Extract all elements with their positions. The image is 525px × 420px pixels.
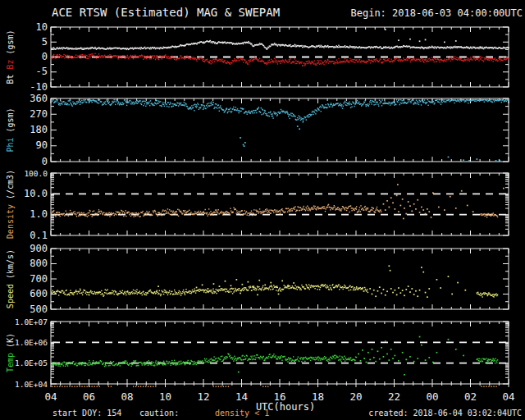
series-Speed-end [477,292,499,298]
y-tick-label: 10 [36,21,48,33]
y-tick-label: 5 [42,36,48,48]
y-tick-label: 90 [36,139,48,151]
y-tick-label: 900 [30,243,48,254]
y-tick-label: 1.0 [30,208,48,220]
y-tick-label: 600 [30,288,48,299]
y-tick-label: 0 [42,156,48,167]
y-tick-label: 1.0E+04 [15,380,48,389]
series-Temp [51,354,357,368]
series-Bz [51,53,509,66]
y-tick-label: 100.0 [24,169,48,178]
y-tick-label: 1.0E+05 [15,358,48,368]
x-tick-label: 22 [388,390,400,403]
y-tick-label: 0 [42,51,48,62]
series-Phi-excursions [240,126,500,162]
panel-label-density: Density (/cm3) [6,170,15,239]
y-tick-label: 500 [30,304,48,315]
panel-speed: 900800700600500Speed (km/s) [6,243,509,315]
panel-bt-bz: 1050-5-10Bt Bz (gsm) [6,21,509,93]
x-tick-label: 00 [426,390,438,403]
created-timestamp: created: 2018-06-04 03:02:04UTC [368,409,522,418]
panel-label-bt-bz: Bt Bz (gsm) [6,30,15,84]
panel-frame [51,322,509,384]
ace-rtsw-plot: ACE RTSW (Estimated) MAG & SWEPAM Begin:… [0,0,525,420]
x-tick-label: 04 [502,390,514,403]
y-tick-label: 180 [30,124,48,135]
y-tick-label: 1.0E+06 [15,338,48,347]
series-Bt [51,40,509,50]
y-tick-label: -10 [30,81,48,93]
panel-density: 100.010.01.00.1Density (/cm3) [6,169,509,241]
y-tick-label: 0.1 [30,230,48,241]
panel-frame [51,173,509,235]
x-tick-label: 02 [464,390,477,403]
panel-label-speed: Speed (km/s) [6,249,15,308]
panel-frame [51,249,509,309]
panel-frame [51,98,509,162]
y-tick-label: -5 [36,66,48,77]
series-Speed [51,284,368,297]
x-tick-label: 12 [197,390,209,403]
x-tick-label: 06 [83,390,95,403]
series-Speed-scatter-late [369,265,466,298]
caution-label: caution: [139,409,179,418]
panel-label-temp: Temp (K) [6,333,15,372]
panel-phi: 360270180900Phi (gsm) [6,93,509,167]
x-tick-label: 14 [235,390,248,403]
y-tick-label: 800 [30,258,48,269]
panel-temp: 1.0E+071.0E+061.0E+051.0E+04Temp (K) [6,317,509,389]
y-tick-label: 360 [30,93,48,104]
panel-label-phi: Phi (gsm) [6,107,15,152]
series-Density-end [480,212,498,217]
plot-canvas: 1050-5-10Bt Bz (gsm)360270180900Phi (gsm… [0,0,525,420]
series-Temp-scatter [238,336,464,376]
x-tick-label: 08 [121,390,133,403]
series-Bt-outliers [385,29,457,43]
start-doy-label: start DOY: 154 [52,409,121,418]
y-tick-label: 270 [30,108,48,120]
y-tick-label: 10.0 [24,188,48,199]
x-tick-label: 10 [159,390,171,403]
caution-dots [52,386,497,388]
x-tick-label: 20 [349,390,362,403]
caution-density-note: density < 1 [215,409,269,418]
y-tick-label: 700 [30,273,48,285]
x-tick-label: 04 [44,390,57,403]
y-tick-label: 1.0E+07 [15,317,48,326]
